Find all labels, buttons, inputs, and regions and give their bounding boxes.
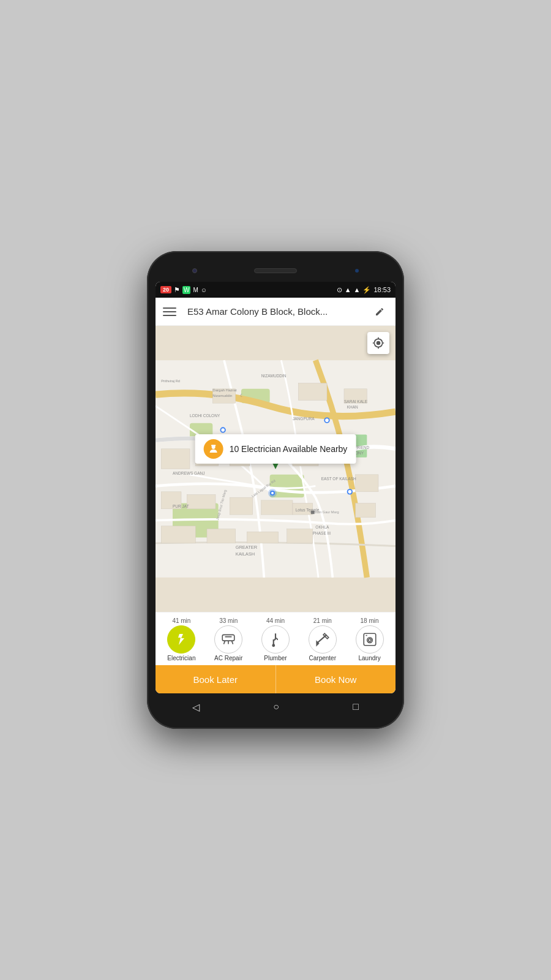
svg-text:Nizamuddin: Nizamuddin: [212, 394, 232, 398]
svg-rect-15: [161, 526, 195, 543]
svg-text:GREATER: GREATER: [236, 545, 258, 550]
ac-repair-label: AC Repair: [214, 655, 242, 662]
carpenter-icon-wrap: [309, 625, 337, 654]
menu-line-1: [163, 307, 176, 309]
battery-icon: ⚡: [362, 286, 371, 294]
svg-text:ANDREWS GANJ: ANDREWS GANJ: [173, 471, 205, 475]
svg-text:KHAN: KHAN: [347, 405, 358, 410]
svg-text:EAST OF KAILASH: EAST OF KAILASH: [321, 477, 356, 481]
electrician-icon: [174, 632, 189, 647]
phone-screen: 20 ⚑ W M ☺ ⊙ ▲ ▲ ⚡ 18:53 E53 Amar Colony…: [156, 282, 395, 693]
flag-icon: ⚑: [174, 286, 180, 294]
ac-repair-icon-wrap: [214, 625, 242, 654]
svg-point-73: [368, 639, 370, 641]
carpenter-icon: [315, 631, 331, 647]
svg-text:☾: ☾: [240, 393, 244, 398]
laundry-icon-wrap: [356, 625, 384, 654]
status-left: 20 ⚑ W M ☺: [160, 286, 207, 294]
action-buttons: Book Later Book Now: [156, 665, 395, 693]
service-plumber[interactable]: 44 min Plumber: [257, 617, 294, 662]
home-button[interactable]: ○: [273, 701, 279, 712]
book-later-button[interactable]: Book Later: [156, 665, 276, 693]
signal-icon: ▲: [354, 286, 361, 293]
menu-button[interactable]: [163, 307, 181, 316]
menu-line-3: [163, 315, 176, 316]
app-header: E53 Amar Colony B Block, Block...: [156, 298, 395, 326]
svg-text:KAILASH: KAILASH: [236, 551, 255, 557]
svg-rect-19: [356, 475, 378, 492]
svg-rect-13: [261, 500, 293, 514]
current-location-dot: [268, 489, 277, 500]
svg-rect-16: [207, 529, 236, 543]
gmail-icon: M: [193, 287, 198, 293]
svg-point-54: [348, 490, 352, 494]
nav-bar: ◁ ○ □: [156, 696, 395, 718]
svg-text:PHASE III: PHASE III: [313, 531, 331, 535]
service-laundry[interactable]: 18 min Laundry: [351, 617, 388, 662]
svg-rect-22: [298, 383, 327, 401]
service-carpenter[interactable]: 21 min Carpenter: [304, 617, 341, 662]
earpiece-speaker: [254, 268, 297, 273]
svg-text:OKHLA: OKHLA: [315, 526, 329, 530]
status-bar: 20 ⚑ W M ☺ ⊙ ▲ ▲ ⚡ 18:53: [156, 282, 395, 298]
svg-text:SARAI KALE: SARAI KALE: [344, 399, 368, 404]
electrician-icon-wrap: [167, 625, 195, 654]
plumber-label: Plumber: [264, 655, 287, 662]
electrician-label: Electrician: [167, 655, 195, 662]
svg-text:Dargah Hazrat: Dargah Hazrat: [212, 389, 237, 393]
ac-repair-time: 33 min: [219, 617, 238, 624]
service-electrician[interactable]: 41 min Electrician: [163, 617, 200, 662]
locate-me-button[interactable]: [367, 332, 389, 354]
map-container[interactable]: LODHI COLONY JANGPURA JAL VIHAR KILOKRI …: [156, 326, 395, 612]
svg-point-64: [271, 492, 274, 494]
services-bar: 41 min Electrician 33 min: [156, 612, 395, 665]
electrician-time: 41 min: [172, 617, 190, 624]
svg-rect-11: [187, 495, 216, 509]
notification-count: 20: [160, 286, 171, 293]
location-title: E53 Amar Colony B Block, Block...: [187, 306, 371, 317]
nearby-popup: 10 Electrician Available Nearby: [195, 434, 356, 464]
carpenter-label: Carpenter: [309, 655, 336, 662]
wifi-icon: ▲: [345, 286, 351, 293]
crosshair-icon: [372, 337, 384, 349]
menu-line-2: [163, 311, 176, 312]
ac-repair-icon: [220, 631, 236, 647]
svg-rect-18: [287, 529, 313, 543]
ghost-icon: ☺: [201, 287, 207, 293]
front-camera: [192, 268, 197, 273]
svg-rect-55: [311, 511, 315, 514]
svg-rect-17: [247, 532, 278, 543]
svg-rect-65: [222, 635, 234, 641]
svg-rect-6: [161, 449, 190, 469]
book-now-button[interactable]: Book Now: [276, 665, 396, 693]
phone-top-bar: [156, 262, 395, 279]
svg-text:PUR JAT: PUR JAT: [173, 504, 189, 508]
back-button[interactable]: ◁: [192, 701, 200, 713]
svg-text:LODHI COLONY: LODHI COLONY: [190, 414, 220, 418]
service-ac-repair[interactable]: 33 min AC Repair: [210, 617, 247, 662]
laundry-icon: [362, 631, 378, 647]
whatsapp-icon: W: [182, 286, 190, 294]
svg-point-52: [325, 418, 329, 422]
plumber-icon-wrap: [261, 625, 290, 654]
laundry-time: 18 min: [361, 617, 379, 624]
time-display: 18:53: [373, 286, 391, 293]
edit-icon: [375, 307, 384, 317]
svg-rect-71: [364, 633, 376, 646]
svg-rect-58: [211, 445, 216, 447]
svg-marker-61: [272, 463, 279, 469]
edit-button[interactable]: [371, 303, 388, 320]
carpenter-time: 21 min: [313, 617, 332, 624]
svg-text:NIZAMUDDIN: NIZAMUDDIN: [261, 374, 287, 378]
svg-text:Prithviraj Rd: Prithviraj Rd: [161, 379, 179, 383]
svg-text:JANGPURA: JANGPURA: [293, 417, 315, 421]
svg-point-50: [221, 428, 225, 432]
svg-point-70: [272, 644, 274, 646]
location-icon: ⊙: [337, 286, 342, 294]
recents-button[interactable]: □: [353, 701, 359, 712]
status-right: ⊙ ▲ ▲ ⚡ 18:53: [337, 286, 391, 294]
svg-rect-20: [356, 503, 376, 518]
plumber-icon: [268, 631, 283, 647]
nearby-icon-circle: [204, 439, 223, 459]
nearby-text: 10 Electrician Available Nearby: [230, 444, 348, 454]
